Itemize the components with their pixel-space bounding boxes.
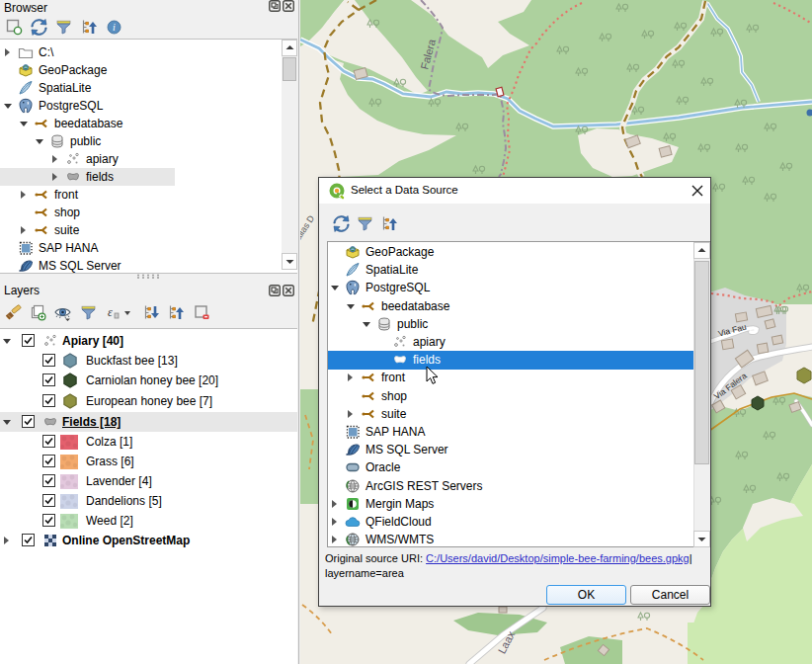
svg-text:i: i <box>113 22 116 33</box>
svg-text:ε: ε <box>108 305 113 319</box>
